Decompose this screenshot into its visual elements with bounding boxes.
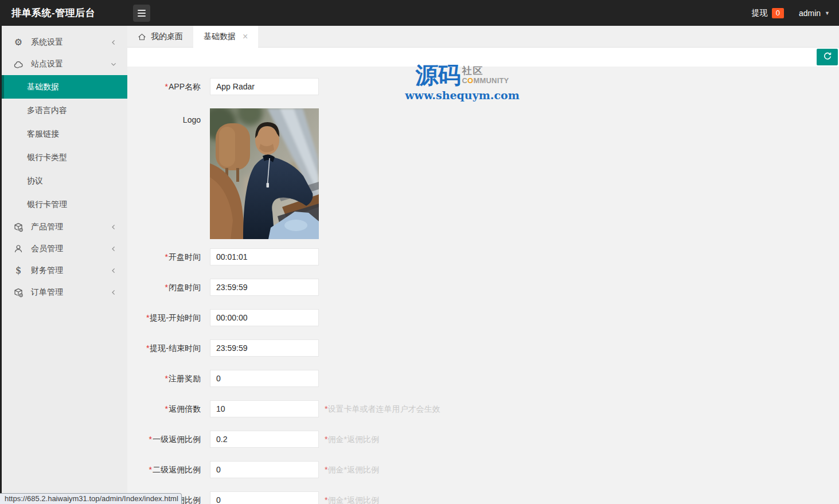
sidebar-item-label: 站点设置: [31, 59, 63, 69]
sidebar-subitem-1-1[interactable]: 多语言内容: [2, 99, 127, 122]
required-asterisk: *: [165, 82, 168, 91]
form-row: *闭盘时间: [127, 279, 839, 296]
required-asterisk: *: [165, 283, 168, 292]
sidebar-subitem-1-3[interactable]: 银行卡类型: [2, 146, 127, 169]
form-row: *开盘时间: [127, 248, 839, 265]
chevron-left-icon: [110, 267, 117, 274]
sidebar-item-label: 系统设置: [31, 37, 63, 48]
sidebar-item-5[interactable]: 订单管理: [2, 282, 127, 303]
field-hint: *佣金*返佣比例: [325, 491, 379, 504]
tab-0[interactable]: 我的桌面: [127, 26, 193, 48]
sidebar-subitem-1-2[interactable]: 客服链接: [2, 122, 127, 146]
field-label: *提现-结束时间: [127, 339, 201, 357]
required-asterisk: *: [146, 343, 149, 353]
level3-rebate-input[interactable]: [210, 491, 319, 504]
field-label: *返佣倍数: [127, 400, 201, 417]
field-label: *一级返佣比例: [127, 431, 201, 448]
chevron-down-icon: ▼: [825, 10, 830, 16]
field-hint: *设置卡单或者连单用户才会生效: [325, 400, 440, 417]
content-area: *APP名称Logo*开盘时间*闭盘时间*提现-开始时间*提现-结束时间*注册奖…: [127, 67, 839, 504]
required-asterisk: *: [149, 435, 152, 444]
topbar: 排单系统-管理后台 提现 0 admin ▼: [0, 0, 839, 26]
close-icon[interactable]: ×: [243, 32, 248, 41]
sidebar-toggle-button[interactable]: [133, 5, 150, 22]
tab-label: 基础数据: [204, 32, 236, 42]
withdraw-count-badge[interactable]: 0: [772, 8, 784, 18]
form-row: *注册奖励: [127, 370, 839, 387]
field-label: *闭盘时间: [127, 279, 201, 296]
sidebar-item-label: 订单管理: [31, 287, 63, 298]
cube-icon: [13, 222, 24, 232]
sidebar-subitem-1-0[interactable]: 基础数据: [2, 75, 127, 99]
sidebar: ⚙系统设置站点设置基础数据多语言内容客服链接银行卡类型协议银行卡管理产品管理会员…: [0, 26, 127, 504]
field-label: *二级返佣比例: [127, 461, 201, 478]
user-icon: [13, 244, 24, 253]
required-asterisk: *: [146, 313, 149, 322]
status-url-tooltip: https://685.2.haiwaiym31.top/admin/Index…: [0, 493, 182, 504]
sidebar-item-2[interactable]: 产品管理: [2, 216, 127, 238]
withdraw-start-time-input[interactable]: [210, 309, 319, 326]
sidebar-item-1[interactable]: 站点设置: [2, 53, 127, 75]
refresh-icon: [823, 52, 832, 62]
field-label: *提现-开始时间: [127, 309, 201, 326]
toolbar: [127, 48, 839, 67]
sidebar-item-label: 财务管理: [31, 265, 63, 276]
chevron-left-icon: [110, 289, 117, 296]
form-row: *三级返佣比例*佣金*返佣比例: [127, 491, 839, 504]
required-asterisk: *: [149, 465, 152, 474]
withdraw-end-time-input[interactable]: [210, 339, 319, 357]
open-time-input[interactable]: [210, 248, 319, 265]
hamburger-icon: [138, 10, 146, 17]
sidebar-subitem-label: 多语言内容: [27, 106, 67, 116]
level2-rebate-input[interactable]: [210, 461, 319, 478]
chevron-left-icon: [110, 39, 117, 46]
home-icon: [138, 33, 146, 41]
form-row: *提现-开始时间: [127, 309, 839, 326]
form-row: *APP名称: [127, 78, 839, 95]
tab-label: 我的桌面: [151, 32, 183, 42]
sidebar-item-label: 产品管理: [31, 222, 63, 232]
user-menu[interactable]: admin ▼: [799, 9, 830, 18]
sidebar-subitem-label: 银行卡类型: [27, 153, 67, 163]
app-name-input[interactable]: [210, 78, 319, 95]
form-row: *一级返佣比例*佣金*返佣比例: [127, 431, 839, 448]
form-row: Logo: [127, 108, 839, 239]
sidebar-item-4[interactable]: $财务管理: [2, 260, 127, 282]
settings-form: *APP名称Logo*开盘时间*闭盘时间*提现-开始时间*提现-结束时间*注册奖…: [127, 67, 839, 504]
tab-1[interactable]: 基础数据×: [193, 26, 258, 48]
field-label: Logo: [127, 108, 201, 239]
sidebar-item-0[interactable]: ⚙系统设置: [2, 32, 127, 53]
close-time-input[interactable]: [210, 279, 319, 296]
form-row: *二级返佣比例*佣金*返佣比例: [127, 461, 839, 478]
level1-rebate-input[interactable]: [210, 431, 319, 448]
form-row: *提现-结束时间: [127, 339, 839, 357]
refresh-button[interactable]: [817, 49, 838, 65]
gear-icon: ⚙: [13, 38, 24, 47]
chevron-left-icon: [110, 245, 117, 252]
logo-image[interactable]: [210, 108, 319, 239]
sidebar-subitem-label: 客服链接: [27, 129, 59, 139]
register-reward-input[interactable]: [210, 370, 319, 387]
field-label: *注册奖励: [127, 370, 201, 387]
rebate-multiplier-input[interactable]: [210, 400, 319, 417]
cube-icon: [13, 288, 24, 298]
sidebar-item-3[interactable]: 会员管理: [2, 238, 127, 260]
sidebar-item-label: 会员管理: [31, 244, 63, 254]
sidebar-subitem-label: 银行卡管理: [27, 200, 67, 210]
field-hint: *佣金*返佣比例: [325, 461, 379, 478]
sidebar-subitem-1-5[interactable]: 银行卡管理: [2, 193, 127, 216]
withdraw-label: 提现: [752, 8, 768, 18]
chevron-left-icon: [110, 224, 117, 230]
cloud-icon: [13, 60, 24, 69]
form-row: *返佣倍数*设置卡单或者连单用户才会生效: [127, 400, 839, 417]
sidebar-subitem-label: 基础数据: [27, 82, 59, 92]
field-label: *开盘时间: [127, 248, 201, 265]
field-label: *APP名称: [127, 78, 201, 95]
chevron-down-icon: [110, 61, 117, 68]
topbar-right: 提现 0 admin ▼: [752, 0, 830, 26]
required-asterisk: *: [165, 374, 168, 383]
sidebar-subitem-1-4[interactable]: 协议: [2, 169, 127, 193]
field-hint: *佣金*返佣比例: [325, 431, 379, 448]
sidebar-nav: ⚙系统设置站点设置基础数据多语言内容客服链接银行卡类型协议银行卡管理产品管理会员…: [2, 26, 127, 303]
withdraw-link[interactable]: 提现 0: [752, 8, 784, 18]
